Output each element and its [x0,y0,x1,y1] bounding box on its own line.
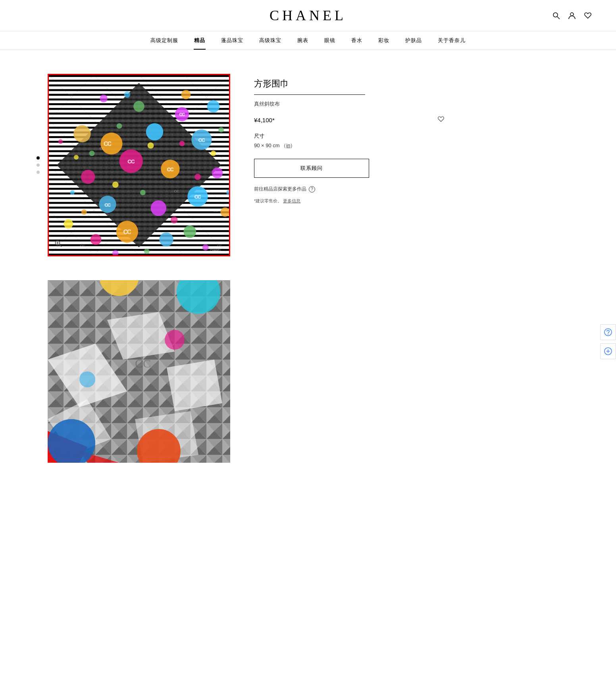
account-icon[interactable] [568,11,576,20]
svg-point-20 [73,125,90,142]
svg-point-45 [112,181,119,188]
chat-button-1[interactable] [600,324,616,340]
product-image-area: CC CC CC CC CC CC CC CC [48,74,230,256]
boutique-link-text: 前往精品店探索更多作品 [254,186,306,192]
svg-line-1 [557,17,560,19]
svg-point-23 [146,123,163,140]
nav-item-fine-jewelry[interactable]: 蓬品珠宝 [221,37,243,50]
svg-point-54 [171,216,178,223]
side-chat-buttons [600,324,616,359]
second-image-section: CC [0,280,616,487]
svg-text:CC: CC [198,137,205,143]
nav-item-makeup[interactable]: 彩妆 [378,37,389,50]
svg-point-41 [117,123,122,129]
svg-point-99 [79,371,95,387]
product-material: 真丝斜纹布 [254,100,445,108]
svg-point-52 [124,91,130,98]
svg-point-39 [100,94,108,102]
header: CHANEL [0,0,616,31]
svg-text:CC: CC [68,91,73,95]
nav-item-skincare[interactable]: 护肤品 [405,37,422,50]
second-product-image: CC [48,280,230,463]
svg-point-59 [58,139,63,144]
product-size-value: 90 × 90 cm （in） [254,142,445,149]
svg-text:CC: CC [123,229,131,235]
svg-point-55 [81,210,87,215]
svg-point-43 [179,141,185,146]
nav-item-fragrance[interactable]: 香水 [351,37,362,50]
boutique-info-icon[interactable]: ? [309,186,315,192]
svg-text:CC: CC [104,141,111,147]
svg-point-57 [144,248,150,254]
search-icon[interactable] [552,11,560,20]
main-nav: 高级定制服 精品 蓬品珠宝 高级珠宝 腕表 眼镜 香水 彩妆 护肤品 关于香奈儿 [0,31,616,50]
contact-advisor-button[interactable]: 联系顾问 [254,159,369,178]
svg-line-76 [60,245,62,247]
image-dots [37,156,40,174]
svg-point-27 [151,200,166,216]
svg-point-35 [159,233,173,247]
svg-point-48 [89,150,95,156]
svg-point-31 [184,225,196,238]
product-wishlist-icon[interactable] [437,115,445,125]
nav-item-about[interactable]: 关于香奈儿 [438,37,466,50]
svg-point-49 [202,244,209,250]
svg-point-102 [608,334,608,335]
svg-text:CC: CC [214,209,218,213]
svg-text:CC: CC [80,244,85,248]
header-icons [552,11,592,20]
svg-point-0 [553,13,558,17]
svg-point-42 [148,142,154,149]
product-info: 方形围巾 真丝斜纹布 ¥4,100* 尺寸 90 × 90 cm （in） 联系… [254,74,445,256]
nav-item-high-jewelry[interactable]: 高级珠宝 [259,37,281,50]
image-dot-3[interactable] [37,171,40,174]
svg-text:CC: CC [128,159,135,164]
svg-point-44 [211,150,216,156]
zoom-icon[interactable] [54,240,62,250]
product-price-row: ¥4,100* [254,115,445,125]
product-title-underline [254,94,365,95]
boutique-link[interactable]: 前往精品店探索更多作品 ? [254,186,445,192]
svg-point-47 [194,174,201,180]
product-size-label: 尺寸 [254,133,445,140]
svg-point-38 [133,101,144,112]
product-section: CC CC CC CC CC CC CC CC [0,50,476,280]
svg-text:CC: CC [167,167,173,172]
size-unit-link[interactable]: in [286,142,290,148]
svg-marker-89 [167,360,222,411]
svg-point-51 [74,155,79,160]
svg-point-32 [212,167,223,179]
nav-item-haute-couture[interactable]: 高级定制服 [150,37,178,50]
svg-text:CC: CC [174,189,179,193]
svg-point-37 [207,100,220,113]
svg-point-53 [218,127,224,133]
wishlist-header-icon[interactable] [583,11,592,20]
product-image-main: CC CC CC CC CC CC CC CC [48,74,230,256]
svg-text:CC: CC [217,244,222,248]
svg-text:CC: CC [135,357,151,370]
nav-item-fashion[interactable]: 精品 [194,37,205,50]
nav-item-watches[interactable]: 腕表 [297,37,308,50]
svg-point-40 [181,90,191,100]
chat-button-2[interactable] [600,343,616,359]
image-dot-2[interactable] [37,164,40,167]
svg-point-50 [70,190,75,195]
svg-text:CC: CC [100,146,104,150]
brand-logo: CHANEL [270,7,346,24]
product-price: ¥4,100* [254,117,275,123]
more-info-link[interactable]: 更多信息 [283,198,300,203]
svg-point-30 [81,170,95,184]
product-title: 方形围巾 [254,78,445,90]
svg-text:CC: CC [105,202,110,207]
svg-point-2 [570,13,574,16]
price-note: *建议零售价。 更多信息 [254,198,445,204]
svg-point-46 [140,190,146,195]
svg-text:CHANEL: CHANEL [210,249,221,252]
svg-point-34 [90,234,102,245]
image-dot-1[interactable] [37,156,40,160]
svg-text:CC: CC [194,194,201,200]
nav-item-eyewear[interactable]: 眼镜 [324,37,335,50]
svg-point-98 [165,330,185,350]
svg-point-33 [64,219,73,229]
svg-text:CC: CC [179,112,185,117]
